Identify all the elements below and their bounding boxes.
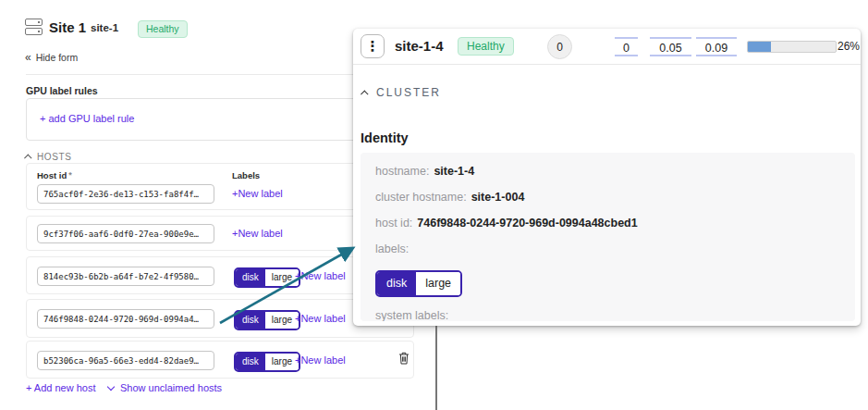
kebab-menu-button[interactable]: ⋮: [361, 34, 385, 58]
identity-label-tag: disklarge: [375, 270, 462, 297]
host-id-input[interactable]: [37, 267, 214, 286]
host-id-input[interactable]: [37, 309, 214, 329]
host-id-input[interactable]: [37, 224, 214, 243]
host-label-tag[interactable]: disklarge: [234, 267, 300, 288]
hide-form-label: Hide form: [36, 52, 79, 63]
new-label-button[interactable]: +New label: [232, 188, 283, 199]
identity-row: host id:746f9848-0244-9720-969d-0994a48c…: [375, 217, 840, 230]
metric-cell: 0.09: [696, 37, 737, 56]
new-label-button[interactable]: +New label: [295, 313, 346, 324]
host-label-tag[interactable]: disklarge: [234, 352, 300, 372]
hosts-section-toggle[interactable]: HOSTS: [26, 152, 71, 162]
identity-heading: Identity: [361, 130, 409, 145]
new-label-button[interactable]: +New label: [295, 354, 346, 366]
labels-column-header: Labels: [232, 170, 260, 180]
site-name: site-1: [91, 22, 118, 33]
identity-row: hostname:site-1-4: [375, 165, 840, 178]
cluster-section-toggle[interactable]: CLUSTER: [362, 86, 441, 99]
chevron-down-icon: [107, 383, 115, 391]
new-label-button[interactable]: +New label: [232, 228, 283, 239]
chevron-up-icon: [24, 155, 31, 162]
identity-row: cluster hostname:site-1-004: [375, 191, 840, 204]
new-label-button[interactable]: +New label: [295, 270, 346, 281]
site-status-badge: Healthy: [138, 20, 188, 38]
chevron-up-icon: [361, 90, 368, 97]
host-id-input[interactable]: [37, 184, 214, 204]
host-id-input[interactable]: [37, 351, 214, 370]
host-row: disklarge +New label: [26, 341, 414, 379]
identity-labels-label: labels:: [375, 242, 840, 255]
host-label-tag[interactable]: disklarge: [234, 310, 300, 330]
host-id-column-header: Host id*: [37, 170, 72, 180]
add-gpu-label-rule-button[interactable]: + add GPU label rule: [40, 113, 134, 124]
host-status-badge: Healthy: [458, 37, 514, 56]
usage-progress-bar: [747, 41, 837, 53]
usage-percent-label: 26%: [837, 40, 860, 53]
hosts-section-label: HOSTS: [37, 152, 71, 162]
hosts-footer: + Add new host Show unclaimed hosts: [26, 382, 96, 393]
metric-cell: 0: [615, 37, 638, 56]
host-title: site-1-4: [395, 38, 444, 54]
metric-cell: 0.05: [650, 37, 691, 56]
alert-count-badge: 0: [547, 34, 572, 59]
kebab-menu-icon: ⋮: [366, 38, 380, 55]
show-unclaimed-hosts-button[interactable]: Show unclaimed hosts: [108, 382, 222, 393]
delete-host-icon[interactable]: [398, 352, 410, 368]
hide-form-button[interactable]: «Hide form: [25, 51, 78, 64]
add-new-host-button[interactable]: + Add new host: [26, 382, 96, 393]
host-detail-header: ⋮ site-1-4 Healthy 0 0 0.05 0.09 26%: [353, 29, 861, 65]
required-marker: *: [68, 170, 72, 180]
host-detail-panel: ⋮ site-1-4 Healthy 0 0 0.05 0.09 26% CLU…: [353, 29, 861, 326]
progress-fill: [748, 42, 771, 52]
site-title: Site 1: [49, 19, 86, 35]
gpu-label-rules-label: GPU label rules: [26, 85, 98, 96]
identity-card: hostname:site-1-4 cluster hostname:site-…: [361, 153, 855, 321]
site-servers-icon: [25, 19, 43, 37]
cluster-section-label: CLUSTER: [376, 86, 441, 99]
identity-system-labels-label: system labels:: [375, 309, 840, 322]
double-chevron-left-icon: «: [25, 51, 31, 64]
app-window: Site 1 site-1 Healthy «Hide form GPU lab…: [0, 0, 868, 410]
